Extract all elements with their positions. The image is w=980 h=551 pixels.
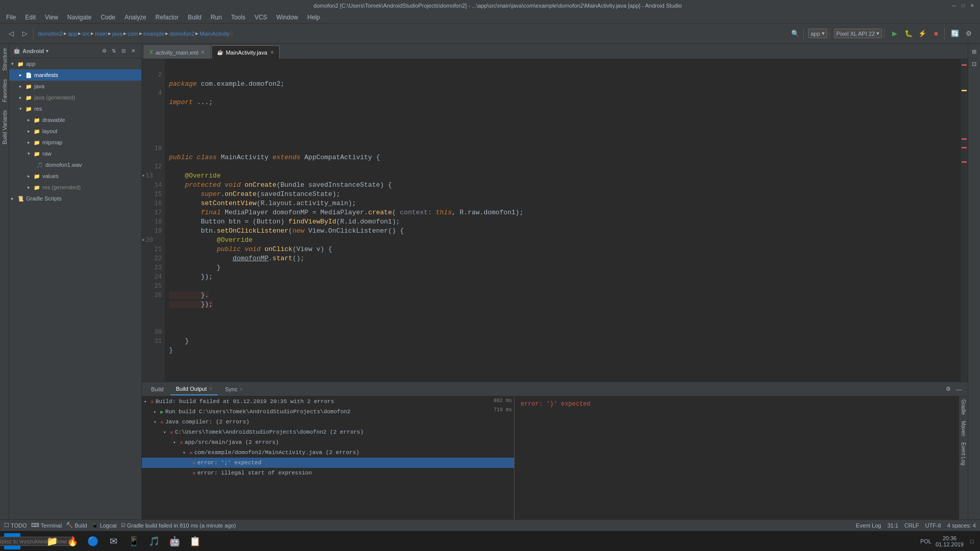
- build-item-error-2[interactable]: ✕ error: illegal start of expression: [142, 468, 514, 478]
- tree-item-raw[interactable]: 📁 raw: [9, 148, 141, 159]
- build-item-path-2[interactable]: ✕ app/src/main/java (2 errors): [142, 437, 514, 447]
- menu-build[interactable]: Build: [184, 13, 206, 22]
- menu-code[interactable]: Code: [96, 13, 119, 22]
- logcat-button[interactable]: 📱 Logcat: [91, 522, 117, 529]
- tab-close-button[interactable]: ✕: [201, 49, 205, 55]
- menu-refactor[interactable]: Refactor: [152, 13, 183, 22]
- build-item-mainactivity[interactable]: ✕ com/example/domofon2/MainActivity.java…: [142, 447, 514, 458]
- tree-item-gradle-scripts[interactable]: 📜 Gradle Scripts: [9, 193, 141, 204]
- project-sort-button[interactable]: ⇅: [110, 47, 118, 55]
- tree-item-layout[interactable]: 📁 layout: [9, 126, 141, 137]
- project-expand-button[interactable]: ⊟: [119, 47, 128, 55]
- build-status-button[interactable]: 🔨 Build: [66, 522, 87, 529]
- encoding[interactable]: UTF-8: [925, 522, 941, 529]
- todo-button[interactable]: ☐ TODO: [4, 522, 27, 529]
- taskbar-android-studio[interactable]: 🤖: [165, 532, 184, 550]
- tree-item-domofon1-wav[interactable]: 🎵 domofon1.wav: [9, 159, 141, 170]
- breadcrumb-java[interactable]: java: [112, 31, 122, 37]
- tab-build[interactable]: Build: [146, 383, 168, 395]
- bottom-minimize-button[interactable]: —: [954, 385, 964, 394]
- taskbar-file-explorer[interactable]: 📁: [43, 532, 61, 550]
- vert-label-maven[interactable]: Maven: [960, 418, 967, 439]
- menu-edit[interactable]: Edit: [21, 13, 40, 22]
- build-output-tab-close-button[interactable]: ✕: [209, 386, 213, 391]
- taskbar-search[interactable]: [22, 532, 41, 550]
- menu-help[interactable]: Help: [303, 13, 324, 22]
- toolbar-forward-button[interactable]: ▷: [19, 28, 31, 40]
- build-item-path-1[interactable]: ✕ C:\Users\Tomek\AndroidStudioProjects\d…: [142, 427, 514, 437]
- tree-item-java[interactable]: 📁 java: [9, 81, 141, 92]
- menu-view[interactable]: View: [41, 13, 62, 22]
- taskbar-app-2[interactable]: 📋: [186, 532, 204, 550]
- build-item-error-1[interactable]: ✕ error: ';' expected: [142, 458, 514, 468]
- indent-label[interactable]: 4 spaces: 4: [947, 522, 976, 529]
- breadcrumb-example[interactable]: example: [143, 31, 165, 37]
- breadcrumb-project[interactable]: domofon2: [38, 31, 63, 37]
- sync-button[interactable]: 🔄: [949, 28, 961, 40]
- tree-item-mipmap[interactable]: 📁 mipmap: [9, 137, 141, 148]
- tab-activity-main-xml[interactable]: X activity_main.xml ✕: [144, 45, 210, 59]
- taskbar-chrome[interactable]: 🔵: [84, 532, 102, 550]
- maximize-button[interactable]: □: [960, 2, 967, 9]
- breadcrumb-app[interactable]: app: [68, 31, 77, 37]
- toolbar-back-button[interactable]: ◁: [5, 28, 17, 40]
- tab-mainactivity-java[interactable]: ☕ MainActivity.java ✕: [211, 45, 279, 59]
- tree-item-values[interactable]: 📁 values: [9, 170, 141, 182]
- taskbar-app-1[interactable]: 📱: [125, 532, 143, 550]
- close-button[interactable]: ✕: [969, 2, 976, 9]
- profile-button[interactable]: ⚡: [916, 28, 928, 40]
- tree-item-res-generated[interactable]: 📁 res (generated): [9, 182, 141, 193]
- sync-tab-close-button[interactable]: ✕: [239, 387, 243, 392]
- breadcrumb-main[interactable]: main: [95, 31, 107, 37]
- sidebar-label-structure[interactable]: Structure: [0, 44, 9, 75]
- menu-analyze[interactable]: Analyze: [120, 13, 151, 22]
- code-content[interactable]: package com.example.domofon2; import ...…: [165, 59, 961, 382]
- notification-area[interactable]: □: [968, 537, 976, 545]
- menu-run[interactable]: Run: [207, 13, 226, 22]
- run-button[interactable]: ▶: [889, 28, 901, 40]
- project-settings-button[interactable]: ⚙: [100, 47, 108, 55]
- run-config-selector[interactable]: app ▾: [808, 29, 827, 38]
- build-item-run-build[interactable]: ▶ Run build C:\Users\Tomek\AndroidStudio…: [142, 407, 514, 417]
- sidebar-right-icon-1[interactable]: ⊞: [969, 46, 980, 57]
- menu-file[interactable]: File: [2, 13, 20, 22]
- sidebar-right-icon-2[interactable]: ⊡: [969, 58, 980, 69]
- debug-button[interactable]: 🐛: [902, 28, 915, 40]
- tree-item-java-generated[interactable]: 📁 java (generated): [9, 92, 141, 103]
- breadcrumb-src[interactable]: src: [82, 31, 90, 37]
- tree-item-app[interactable]: 📁 app: [9, 58, 141, 69]
- menu-vcs[interactable]: VCS: [251, 13, 272, 22]
- build-tree[interactable]: 802 ms 719 ms ✕ Build: build failed at 0…: [142, 396, 514, 519]
- menu-tools[interactable]: Tools: [227, 13, 250, 22]
- bottom-settings-button[interactable]: ⚙: [944, 385, 953, 394]
- line-ending[interactable]: CRLF: [904, 522, 919, 529]
- breadcrumb-com[interactable]: com: [128, 31, 138, 37]
- build-item-java-compiler[interactable]: ✕ Java compiler: (2 errors): [142, 417, 514, 427]
- build-item-failed[interactable]: ✕ Build: build failed at 01.12.2019 20:3…: [142, 396, 514, 407]
- event-log-button[interactable]: Event Log: [856, 522, 881, 529]
- breadcrumb-mainactivity[interactable]: MainActivity: [200, 31, 230, 37]
- terminal-button[interactable]: ⌨ Terminal: [31, 522, 62, 529]
- menu-window[interactable]: Window: [272, 13, 302, 22]
- stop-button[interactable]: ■: [930, 28, 942, 40]
- vert-label-gradle[interactable]: Gradle: [960, 396, 967, 418]
- settings-button[interactable]: ⚙: [963, 28, 975, 40]
- tab-close-button[interactable]: ✕: [270, 49, 274, 55]
- taskbar-spotify[interactable]: 🎵: [145, 532, 163, 550]
- taskbar-browser[interactable]: 🔥: [63, 532, 82, 550]
- vert-label-event-log[interactable]: Event Log: [960, 439, 967, 468]
- breadcrumb-domofon2[interactable]: domofon2: [169, 31, 194, 37]
- project-close-button[interactable]: ✕: [129, 47, 137, 55]
- tab-sync[interactable]: Sync ✕: [220, 383, 249, 395]
- sidebar-label-favorites[interactable]: Favorites: [0, 75, 9, 106]
- code-editor[interactable]: 2 4 10 12 ●13 14 15 16 17 18 1: [142, 59, 968, 382]
- toolbar-search-button[interactable]: 🔍: [789, 28, 801, 40]
- menu-navigate[interactable]: Navigate: [63, 13, 95, 22]
- sidebar-label-build-variants[interactable]: Build Variants: [0, 106, 9, 148]
- tab-build-output[interactable]: Build Output ✕: [170, 383, 218, 395]
- device-selector[interactable]: Pixel XL API 22 ▾: [834, 29, 882, 38]
- tree-item-drawable[interactable]: 📁 drawable: [9, 114, 141, 126]
- tree-item-res[interactable]: 📁 res: [9, 103, 141, 114]
- tree-item-manifests[interactable]: 📄 manifests: [9, 69, 141, 81]
- minimize-button[interactable]: —: [950, 2, 958, 9]
